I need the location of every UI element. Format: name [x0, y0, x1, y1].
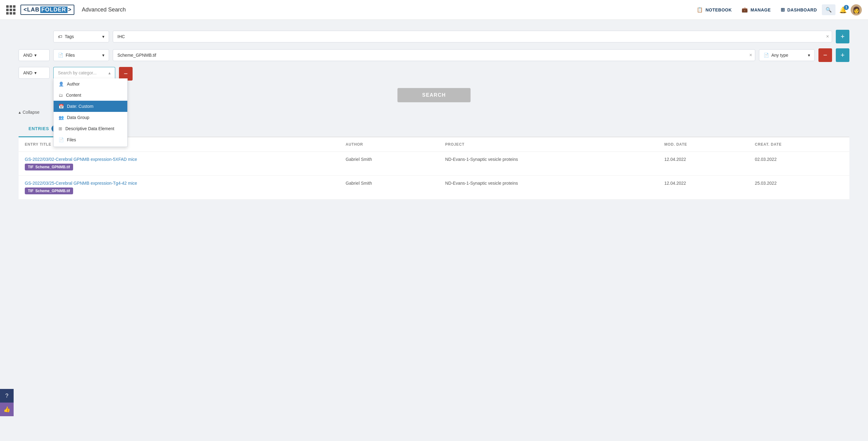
content-label: Content — [66, 93, 81, 98]
collapse-link[interactable]: ▴ Collapse — [19, 110, 849, 115]
author-label: Author — [67, 82, 80, 86]
entries-tab-label: ENTRIES — [29, 126, 49, 131]
nav-links: 📋 NOTEBOOK 💼 MANAGE ⊞ DASHBOARD — [697, 7, 817, 13]
logo[interactable]: <LAB FOLDER > — [21, 5, 74, 15]
search-action-button[interactable]: SEARCH — [398, 88, 471, 102]
type-select-wrapper[interactable]: 📄 Any type ▾ — [759, 49, 815, 61]
table-row: GS-2022/03/25-Cerebral GPNMB expression-… — [19, 176, 849, 200]
logo-folder-text: FOLDER — [40, 6, 67, 13]
manage-icon: 💼 — [742, 7, 748, 13]
calendar-icon: 📅 — [59, 104, 64, 109]
search-button[interactable]: 🔍 — [822, 4, 835, 15]
descriptive-label: Descriptive Data Element — [65, 126, 114, 131]
descriptive-icon: ⊞ — [59, 126, 62, 131]
mod-date-cell-1: 12.04.2022 — [658, 152, 748, 176]
nav-dashboard[interactable]: ⊞ DASHBOARD — [781, 7, 817, 13]
files-label: Files — [67, 137, 76, 142]
navbar: <LAB FOLDER > Advanced Search 📋 NOTEBOOK… — [0, 0, 868, 20]
type-file-icon: 📄 — [764, 53, 769, 58]
search-row: SEARCH — [19, 88, 849, 102]
category-dropdown-container: Search by categor... ▴ 👤 Author 🗂 Conten… — [53, 67, 115, 79]
type-label: Any type — [771, 53, 788, 58]
filter-row-2: AND ▾ 📄 Files ▾ × 📄 Any type ▾ − + — [19, 48, 849, 62]
side-buttons: ? 👍 — [0, 389, 13, 416]
file-icon: 📄 — [58, 53, 63, 58]
feedback-button[interactable]: 👍 — [0, 403, 13, 416]
help-button[interactable]: ? — [0, 389, 13, 403]
results-table: ENTRY TITLE AUTHOR PROJECT MOD. DATE CRE… — [19, 137, 849, 200]
table-header-row: ENTRY TITLE AUTHOR PROJECT MOD. DATE CRE… — [19, 137, 849, 152]
chevron-up-icon: ▴ — [108, 70, 111, 75]
project-cell-2: ND-Evans-1-Synaptic vesicle proteins — [439, 176, 658, 200]
dropdown-item-descriptive[interactable]: ⊞ Descriptive Data Element — [54, 123, 127, 134]
col-project: PROJECT — [439, 137, 658, 152]
category-search-input[interactable]: Search by categor... ▴ — [53, 67, 115, 79]
navbar-actions: 🔍 🔔 1 👩 — [822, 4, 862, 16]
files-clear-button[interactable]: × — [749, 52, 752, 58]
avatar[interactable]: 👩 — [851, 4, 862, 16]
dropdown-scroll[interactable]: 👤 Author 🗂 Content 📅 Date: Custom 👥 Data… — [54, 79, 127, 147]
add-filter-button-2[interactable]: + — [836, 48, 849, 62]
data-group-icon: 👥 — [59, 115, 64, 120]
tags-input[interactable] — [113, 31, 832, 42]
creat-date-cell-1: 02.03.2022 — [749, 152, 849, 176]
main-content: 🏷 Tags ▾ × + AND ▾ 📄 Files ▾ × 📄 Any typ… — [0, 20, 868, 209]
file-badge-type-2: TIF — [28, 189, 33, 193]
author-cell-2: Gabriel Smith — [340, 176, 439, 200]
project-cell-1: ND-Evans-1-Synaptic vesicle proteins — [439, 152, 658, 176]
dropdown-item-numerical[interactable]: 🌐 Numerical Data Element — [54, 145, 127, 147]
author-cell-1: Gabriel Smith — [340, 152, 439, 176]
chevron-down-icon-5: ▾ — [34, 70, 36, 75]
connector-label-2: AND — [23, 53, 33, 58]
category-select-2[interactable]: 📄 Files ▾ — [53, 49, 109, 61]
file-badge-type-1: TIF — [28, 165, 33, 169]
entry-link-1[interactable]: GS-2022/03/02-Cerebral GPNMB expression-… — [25, 157, 137, 162]
file-badge-2: TIF Scheme_GPNMB.tif — [25, 187, 73, 194]
dropdown-item-author[interactable]: 👤 Author — [54, 79, 127, 90]
page-title: Advanced Search — [82, 6, 126, 13]
dropdown-item-date-custom[interactable]: 📅 Date: Custom — [54, 101, 127, 112]
nav-notebook[interactable]: 📋 NOTEBOOK — [697, 7, 732, 13]
content-icon: 🗂 — [59, 93, 63, 98]
connector-select-3[interactable]: AND ▾ — [19, 67, 50, 79]
tags-clear-button[interactable]: × — [826, 34, 829, 39]
grid-menu-icon[interactable] — [6, 5, 16, 14]
col-creat-date: CREAT. DATE — [749, 137, 849, 152]
dropdown-item-data-group[interactable]: 👥 Data Group — [54, 112, 127, 123]
chevron-down-icon-2: ▾ — [34, 53, 36, 58]
author-icon: 👤 — [59, 82, 64, 86]
file-badge-name-2: Scheme_GPNMB.tif — [35, 189, 70, 193]
files-input-wrapper: × — [113, 49, 755, 61]
entry-title-cell-1: GS-2022/03/02-Cerebral GPNMB expression-… — [19, 152, 340, 176]
notebook-label: NOTEBOOK — [705, 7, 732, 12]
files-icon: 📄 — [59, 137, 64, 142]
category-select-1[interactable]: 🏷 Tags ▾ — [53, 31, 109, 42]
connector-select-2[interactable]: AND ▾ — [19, 49, 50, 61]
add-filter-button-1[interactable]: + — [836, 30, 849, 43]
creat-date-cell-2: 25.03.2022 — [749, 176, 849, 200]
dashboard-icon: ⊞ — [781, 7, 785, 13]
collapse-label: Collapse — [23, 110, 39, 115]
dashboard-label: DASHBOARD — [787, 7, 817, 12]
chevron-down-icon-4: ▾ — [808, 53, 810, 58]
nav-manage[interactable]: 💼 MANAGE — [742, 7, 771, 13]
dropdown-item-files[interactable]: 📄 Files — [54, 134, 127, 145]
entry-link-2[interactable]: GS-2022/03/25-Cerebral GPNMB expression-… — [25, 181, 137, 186]
dropdown-item-content[interactable]: 🗂 Content — [54, 90, 127, 101]
col-mod-date: MOD. DATE — [658, 137, 748, 152]
notifications-button[interactable]: 🔔 1 — [839, 6, 847, 13]
remove-filter-button-2[interactable]: − — [818, 48, 832, 62]
category-placeholder: Search by categor... — [58, 70, 97, 75]
connector-label-3: AND — [23, 70, 33, 75]
tag-icon: 🏷 — [58, 34, 62, 39]
mod-date-cell-2: 12.04.2022 — [658, 176, 748, 200]
logo-arrow-text: > — [68, 6, 71, 13]
filter-row-1: 🏷 Tags ▾ × + — [19, 30, 849, 43]
chevron-down-icon-3: ▾ — [102, 53, 104, 58]
logo-lab-text: <LAB — [24, 6, 40, 13]
files-input[interactable] — [113, 49, 755, 61]
table-row: GS-2022/03/02-Cerebral GPNMB expression-… — [19, 152, 849, 176]
chevron-up-icon-2: ▴ — [19, 110, 21, 115]
file-badge-name-1: Scheme_GPNMB.tif — [35, 165, 70, 169]
manage-label: MANAGE — [751, 7, 771, 12]
